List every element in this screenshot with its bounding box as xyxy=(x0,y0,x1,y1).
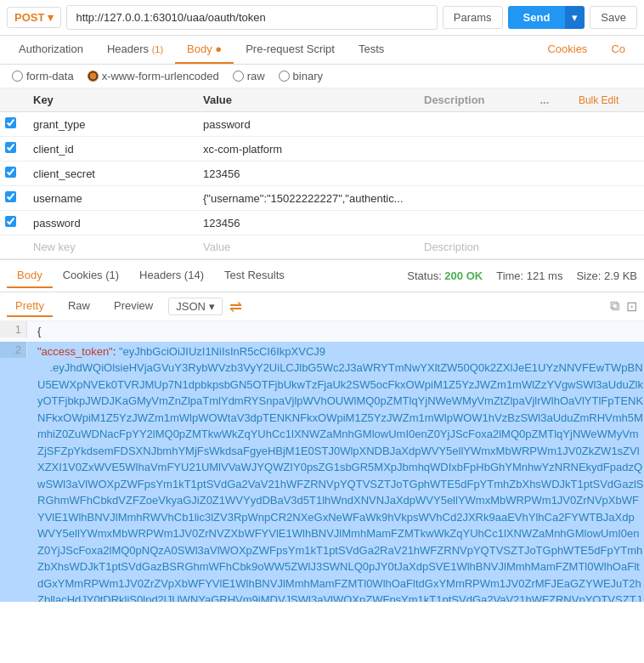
line-number: 2 xyxy=(0,342,27,358)
response-tab-headers[interactable]: Headers (14) xyxy=(129,264,214,288)
url-input[interactable] xyxy=(66,5,437,30)
kv-row-value[interactable]: {"username":"15022222227","authentic... xyxy=(195,186,415,211)
kv-row-check[interactable] xyxy=(0,162,25,186)
toolbar: POST ▾ Params Send ▾ Save xyxy=(0,0,644,36)
tab-body[interactable]: Body ● xyxy=(175,36,234,64)
radio-binary[interactable]: binary xyxy=(279,70,323,82)
format-select[interactable]: JSON ▾ xyxy=(168,298,223,315)
format-tab-raw[interactable]: Raw xyxy=(59,296,99,317)
body-type-row: form-data x-www-form-urlencoded raw bina… xyxy=(0,65,644,88)
tab-tests[interactable]: Tests xyxy=(347,36,396,64)
tab-headers[interactable]: Headers (1) xyxy=(95,36,175,64)
status-info: Status: 200 OK Time: 121 ms Size: 2.9 KB xyxy=(407,269,637,282)
send-button[interactable]: Send xyxy=(508,6,566,29)
response-tab-test-results[interactable]: Test Results xyxy=(214,264,295,288)
radio-form-data[interactable]: form-data xyxy=(12,70,74,82)
kv-row-desc xyxy=(415,211,519,235)
format-tab-preview[interactable]: Preview xyxy=(105,296,161,317)
kv-row-value[interactable]: 123456 xyxy=(195,211,415,235)
copy-icon[interactable]: ⧉ xyxy=(610,298,619,314)
kv-row-value[interactable]: xc-com-platform xyxy=(195,137,415,162)
radio-binary-input[interactable] xyxy=(279,71,290,82)
kv-header-check xyxy=(0,88,25,112)
size-label: Size: 2.9 KB xyxy=(576,269,637,282)
kv-row-actions xyxy=(519,162,570,186)
kv-row-actions xyxy=(519,137,570,162)
format-select-label: JSON xyxy=(176,300,206,313)
kv-row-key[interactable]: grant_type xyxy=(25,112,195,137)
kv-table-header-row: Key Value Description ... Bulk Edit xyxy=(0,88,644,112)
table-row: password 123456 xyxy=(0,211,644,235)
kv-new-value[interactable]: Value xyxy=(195,235,415,259)
response-tab-cookies[interactable]: Cookies (1) xyxy=(53,264,129,288)
radio-urlencoded[interactable]: x-www-form-urlencoded xyxy=(88,70,219,82)
kv-header-bulk[interactable]: Bulk Edit xyxy=(570,88,644,112)
send-btn-group: Send ▾ xyxy=(508,6,585,29)
line-number: 1 xyxy=(0,321,27,337)
kv-row-actions xyxy=(519,112,570,137)
radio-urlencoded-input[interactable] xyxy=(88,71,99,82)
time-value: 121 ms xyxy=(527,269,563,282)
method-select[interactable]: POST ▾ xyxy=(7,7,61,28)
body-dot: ● xyxy=(215,42,222,55)
kv-row-desc xyxy=(415,112,519,137)
format-right-actions: ⧉ ⊡ xyxy=(610,298,637,314)
response-bar: Body Cookies (1) Headers (14) Test Resul… xyxy=(0,259,644,292)
radio-raw-input[interactable] xyxy=(233,71,244,82)
filter-icon[interactable]: ⇌ xyxy=(229,298,242,316)
kv-row-key[interactable]: username xyxy=(25,186,195,211)
kv-new-desc[interactable]: Description xyxy=(415,235,519,259)
kv-row-desc xyxy=(415,186,519,211)
kv-new-key[interactable]: New key xyxy=(25,235,195,259)
line-content: { xyxy=(27,321,644,342)
table-row-new: New key Value Description xyxy=(0,235,644,259)
response-tab-body[interactable]: Body xyxy=(7,264,53,288)
table-row: client_id xc-com-platform xyxy=(0,137,644,162)
headers-badge: (1) xyxy=(152,44,163,54)
radio-raw[interactable]: raw xyxy=(233,70,265,82)
format-row: Pretty Raw Preview JSON ▾ ⇌ ⧉ ⊡ xyxy=(0,292,644,321)
kv-row-check[interactable] xyxy=(0,112,25,137)
kv-row-key[interactable]: client_secret xyxy=(25,162,195,186)
kv-header-desc: Description xyxy=(415,88,519,112)
kv-row-check[interactable] xyxy=(0,211,25,235)
format-tab-pretty[interactable]: Pretty xyxy=(7,296,53,317)
save-button[interactable]: Save xyxy=(590,6,637,29)
kv-row-value[interactable]: password xyxy=(195,112,415,137)
expand-icon[interactable]: ⊡ xyxy=(626,298,637,314)
kv-row-desc xyxy=(415,162,519,186)
table-row: username {"username":"15022222227","auth… xyxy=(0,186,644,211)
radio-form-data-input[interactable] xyxy=(12,71,23,82)
line-content[interactable]: "access_token": "eyJhbGciOiJIUzI1NiIsInR… xyxy=(27,342,644,603)
kv-header-actions: ... xyxy=(519,88,570,112)
kv-row-value[interactable]: 123456 xyxy=(195,162,415,186)
table-row: grant_type password xyxy=(0,112,644,137)
status-label: Status: 200 OK xyxy=(407,269,483,282)
tabs-row-1: Authorization Headers (1) Body ● Pre-req… xyxy=(0,36,644,65)
time-label: Time: 121 ms xyxy=(496,269,562,282)
params-button[interactable]: Params xyxy=(443,6,503,29)
method-label: POST xyxy=(14,11,44,24)
json-line-1: 1 { xyxy=(0,321,644,342)
tab-pre-request[interactable]: Pre-request Script xyxy=(234,36,347,64)
kv-table: Key Value Description ... Bulk Edit gran… xyxy=(0,88,644,259)
kv-row-key[interactable]: password xyxy=(25,211,195,235)
kv-row-check[interactable] xyxy=(0,186,25,211)
kv-new-check xyxy=(0,235,25,259)
tab-co[interactable]: Co xyxy=(599,36,637,64)
kv-row-key[interactable]: client_id xyxy=(25,137,195,162)
kv-row-actions xyxy=(519,211,570,235)
method-dropdown-icon: ▾ xyxy=(48,11,54,24)
kv-row-desc xyxy=(415,137,519,162)
send-dropdown-button[interactable]: ▾ xyxy=(565,6,585,29)
format-select-dropdown-icon: ▾ xyxy=(209,300,215,313)
kv-row-check[interactable] xyxy=(0,137,25,162)
table-row: client_secret 123456 xyxy=(0,162,644,186)
tabs-right: Cookies Co xyxy=(535,36,637,64)
tab-cookies[interactable]: Cookies xyxy=(535,36,599,64)
kv-header-value: Value xyxy=(195,88,415,112)
json-area: 1 { 2 "access_token": "eyJhbGciOiJIUzI1N… xyxy=(0,321,644,602)
tab-authorization[interactable]: Authorization xyxy=(7,36,95,64)
json-line-2: 2 "access_token": "eyJhbGciOiJIUzI1NiIsI… xyxy=(0,342,644,603)
size-value: 2.9 KB xyxy=(604,269,637,282)
